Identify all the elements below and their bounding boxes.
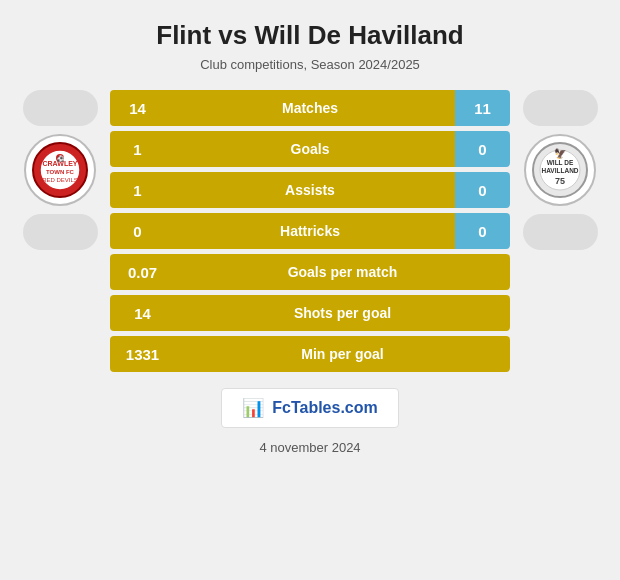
stat-row-matches: 14 Matches 11	[110, 90, 510, 126]
stat-row-mpg: 1331 Min per goal	[110, 336, 510, 372]
stat-left-mpg: 1331	[110, 336, 175, 372]
right-bottom-pill	[523, 214, 598, 250]
stat-label-mpg: Min per goal	[175, 336, 510, 372]
fctables-banner: 📊 FcTables.com	[221, 388, 399, 428]
stat-label-gpm: Goals per match	[175, 254, 510, 290]
stat-left-spg: 14	[110, 295, 175, 331]
left-top-pill	[23, 90, 98, 126]
fctables-icon: 📊	[242, 397, 264, 419]
stat-label-spg: Shots per goal	[175, 295, 510, 331]
stat-right-goals: 0	[455, 131, 510, 167]
stat-right-assists: 0	[455, 172, 510, 208]
stat-left-hattricks: 0	[110, 213, 165, 249]
svg-text:75: 75	[555, 176, 565, 186]
stat-row-gpm: 0.07 Goals per match	[110, 254, 510, 290]
stat-row-assists: 1 Assists 0	[110, 172, 510, 208]
stat-row-spg: 14 Shots per goal	[110, 295, 510, 331]
stat-label-hattricks: Hattricks	[165, 213, 455, 249]
stat-row-hattricks: 0 Hattricks 0	[110, 213, 510, 249]
stats-panel: 14 Matches 11 1 Goals 0 1 Assists 0 0 Ha…	[110, 90, 510, 372]
stat-left-assists: 1	[110, 172, 165, 208]
stat-label-matches: Matches	[165, 90, 455, 126]
svg-text:HAVILLAND: HAVILLAND	[541, 167, 578, 174]
main-content: CRAWLEY TOWN FC RED DEVILS ⚽ 14 Matches …	[10, 90, 610, 372]
stat-left-gpm: 0.07	[110, 254, 175, 290]
right-top-pill	[523, 90, 598, 126]
svg-text:TOWN FC: TOWN FC	[46, 169, 75, 175]
page-subtitle: Club competitions, Season 2024/2025	[200, 57, 420, 72]
right-team-area: WILL DE HAVILLAND 75 🦅	[510, 90, 610, 250]
stat-row-goals: 1 Goals 0	[110, 131, 510, 167]
fctables-text: FcTables.com	[272, 399, 378, 417]
stat-right-matches: 11	[455, 90, 510, 126]
svg-text:WILL DE: WILL DE	[547, 159, 574, 166]
left-team-area: CRAWLEY TOWN FC RED DEVILS ⚽	[10, 90, 110, 250]
page-title: Flint vs Will De Havilland	[156, 20, 464, 51]
svg-text:⚽: ⚽	[57, 155, 65, 163]
stat-label-goals: Goals	[165, 131, 455, 167]
left-bottom-pill	[23, 214, 98, 250]
stat-left-matches: 14	[110, 90, 165, 126]
right-team-logo: WILL DE HAVILLAND 75 🦅	[524, 134, 596, 206]
stat-label-assists: Assists	[165, 172, 455, 208]
svg-text:RED DEVILS: RED DEVILS	[42, 177, 78, 183]
stat-left-goals: 1	[110, 131, 165, 167]
stat-right-hattricks: 0	[455, 213, 510, 249]
left-team-logo: CRAWLEY TOWN FC RED DEVILS ⚽	[24, 134, 96, 206]
svg-text:🦅: 🦅	[554, 147, 567, 160]
footer-date: 4 november 2024	[259, 440, 360, 455]
